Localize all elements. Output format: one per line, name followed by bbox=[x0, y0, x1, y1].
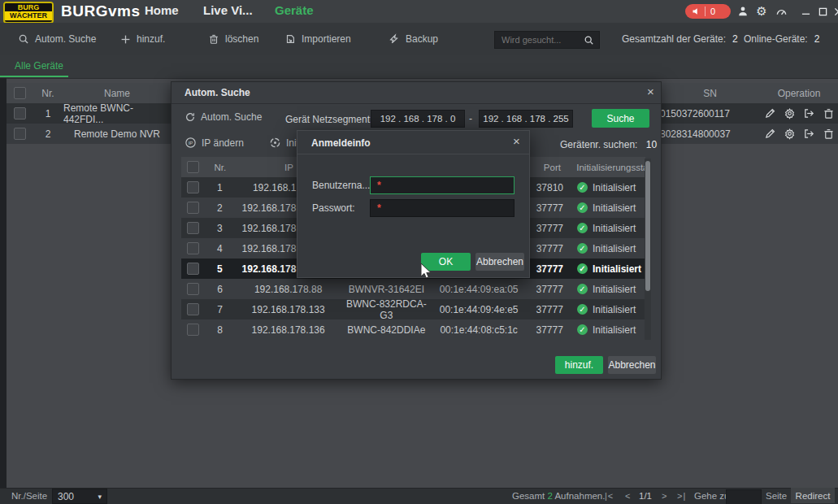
col-nr: Nr. bbox=[206, 163, 235, 172]
row-checkbox[interactable] bbox=[7, 124, 33, 144]
add-selected-button[interactable]: hinzuf. bbox=[555, 356, 603, 374]
close-dialog-icon[interactable]: × bbox=[647, 86, 654, 98]
init-button[interactable]: Init bbox=[269, 137, 299, 149]
per-page-select[interactable]: 300 ▾ bbox=[52, 489, 107, 504]
export-icon[interactable] bbox=[803, 128, 815, 140]
add-device-tool-label: hinzuf. bbox=[137, 33, 165, 45]
goto-label: Gehe zu bbox=[694, 491, 729, 501]
tab-alle-geraete[interactable]: Alle Geräte bbox=[15, 60, 63, 72]
delete-tool-button[interactable]: löschen bbox=[208, 31, 258, 47]
status-text: Initialisiert bbox=[593, 182, 636, 193]
modify-ip-button[interactable]: IP IP ändern bbox=[185, 137, 244, 149]
user-icon[interactable] bbox=[736, 4, 750, 19]
row-ip: 192.168.178.133 bbox=[234, 304, 342, 315]
import-tool-button[interactable]: Importieren bbox=[284, 31, 351, 47]
row-port: 37810 bbox=[528, 182, 572, 193]
trash-icon[interactable] bbox=[823, 128, 835, 140]
login-header-divider bbox=[297, 154, 529, 154]
row-checkbox[interactable] bbox=[181, 222, 206, 234]
burg-wachter-logo: BURG WÄCHTER bbox=[3, 2, 54, 24]
edit-icon[interactable] bbox=[764, 107, 776, 119]
tab-live-view[interactable]: Live Vi... bbox=[203, 3, 253, 17]
username-input[interactable]: * bbox=[370, 176, 515, 194]
ip-range-start-input[interactable]: 192 . 168 . 178 . 0 bbox=[371, 110, 465, 128]
close-window-button[interactable] bbox=[831, 4, 838, 19]
app-title: BURGvms bbox=[61, 2, 140, 20]
close-login-dialog-icon[interactable]: × bbox=[513, 136, 520, 147]
operation-cell bbox=[760, 124, 838, 144]
col-sn: SN bbox=[660, 83, 760, 103]
select-all-checkbox[interactable] bbox=[181, 161, 206, 173]
row-port: 37777 bbox=[527, 284, 571, 295]
row-port: 37777 bbox=[528, 243, 572, 254]
pager-last-button[interactable]: >| bbox=[677, 491, 686, 501]
found-devices: Gerätenr. suchen: 10 bbox=[560, 139, 657, 150]
row-nr: 4 bbox=[206, 243, 235, 254]
per-page-label: Nr./Seite bbox=[11, 491, 47, 501]
required-asterisk: * bbox=[377, 202, 381, 214]
row-checkbox[interactable] bbox=[181, 202, 206, 214]
row-mac: 00:1e:44:09:4e:e5 bbox=[431, 304, 528, 315]
row-checkbox[interactable] bbox=[181, 242, 206, 254]
status-text: Initialisiert bbox=[593, 202, 636, 214]
row-checkbox[interactable] bbox=[181, 303, 206, 315]
status-text: Initialisiert bbox=[593, 263, 641, 275]
settings-gear-icon[interactable]: ⚙ bbox=[754, 4, 769, 19]
online-devices-stat: Online-Geräte:2 bbox=[744, 33, 819, 45]
config-gear-icon[interactable] bbox=[784, 107, 796, 119]
tab-geraete[interactable]: Geräte bbox=[275, 3, 314, 17]
device-group-tabbar bbox=[0, 55, 838, 79]
alarm-notification-badge[interactable]: 0 bbox=[685, 4, 731, 19]
device-search-input[interactable] bbox=[495, 35, 584, 45]
ip-range-separator: - bbox=[469, 113, 472, 124]
page-indicator: 1/1 bbox=[639, 491, 652, 501]
suche-button[interactable]: Suche bbox=[592, 109, 649, 128]
pager-next-button[interactable]: > bbox=[662, 491, 667, 501]
maximize-button[interactable] bbox=[815, 4, 830, 19]
row-nr: 8 bbox=[206, 324, 235, 336]
row-checkbox[interactable] bbox=[181, 263, 206, 275]
pager-prev-button[interactable]: < bbox=[625, 491, 631, 501]
pager-first-button[interactable]: |< bbox=[605, 491, 614, 501]
auto-search-tool-button[interactable]: Autom. Suche bbox=[18, 31, 96, 47]
row-port: 37777 bbox=[527, 304, 571, 315]
mouse-cursor bbox=[420, 263, 432, 280]
result-row-8[interactable]: 8 192.168.178.136 BWNC-842DDIAe 00:1e:44… bbox=[181, 319, 645, 340]
edit-icon[interactable] bbox=[764, 128, 776, 140]
ip-range-end-input[interactable]: 192 . 168 . 178 . 255 bbox=[479, 110, 573, 128]
select-all-checkbox[interactable] bbox=[7, 83, 33, 103]
check-circle-icon: ✓ bbox=[577, 304, 588, 315]
refresh-search-button[interactable]: Autom. Suche bbox=[185, 111, 262, 123]
redirect-button[interactable]: Redirect bbox=[791, 488, 835, 503]
tab-home[interactable]: Home bbox=[145, 3, 179, 17]
search-icon[interactable] bbox=[584, 35, 594, 46]
performance-gauge-icon[interactable] bbox=[774, 4, 788, 19]
row-nr: 1 bbox=[33, 103, 63, 124]
cancel-login-button[interactable]: Abbrechen bbox=[475, 253, 524, 271]
export-icon[interactable] bbox=[803, 107, 815, 119]
password-input[interactable]: * bbox=[370, 199, 515, 217]
backup-tool-button[interactable]: Backup bbox=[389, 31, 438, 47]
row-status: ✓Initialisiert bbox=[572, 263, 645, 275]
row-checkbox[interactable] bbox=[181, 324, 206, 336]
row-checkbox[interactable] bbox=[7, 103, 33, 124]
cancel-dialog-button[interactable]: Abbrechen bbox=[608, 356, 656, 374]
check-circle-icon: ✓ bbox=[577, 202, 588, 213]
trash-icon[interactable] bbox=[823, 107, 835, 119]
result-row-6[interactable]: 6 192.168.178.88 BWNVR-31642EI 00:1e:44:… bbox=[181, 279, 645, 299]
results-scrollbar-thumb[interactable] bbox=[645, 161, 650, 291]
config-gear-icon[interactable] bbox=[784, 128, 796, 140]
minimize-button[interactable] bbox=[798, 4, 813, 19]
add-device-tool-button[interactable]: hinzuf. bbox=[120, 31, 165, 47]
goto-page-input[interactable] bbox=[726, 489, 762, 504]
row-checkbox[interactable] bbox=[181, 181, 206, 193]
row-nr: 5 bbox=[206, 263, 235, 275]
dialog-title: Autom. Suche bbox=[185, 87, 250, 98]
row-checkbox[interactable] bbox=[181, 283, 206, 295]
row-status: ✓Initialisiert bbox=[572, 284, 645, 295]
result-row-7[interactable]: 7 192.168.178.133 BWNC-832RDCA-G3 00:1e:… bbox=[181, 299, 645, 319]
device-sn: 8028314800037 bbox=[660, 124, 760, 144]
total-devices-stat: Gesamtzahl der Geräte:2 bbox=[622, 33, 738, 45]
device-name: Remote BWNC-442FDI... bbox=[63, 103, 171, 124]
row-status: ✓Initialisiert bbox=[572, 243, 645, 254]
